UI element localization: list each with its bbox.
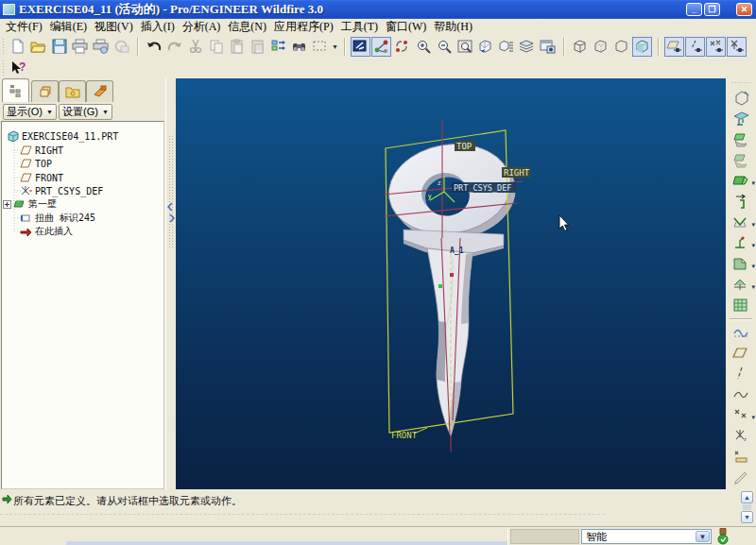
sketch-icon[interactable] bbox=[729, 468, 753, 487]
datum-axes-toggle-icon[interactable] bbox=[685, 37, 705, 57]
minimize-button[interactable]: _ bbox=[686, 3, 702, 16]
print-icon[interactable] bbox=[70, 37, 90, 57]
reorient-icon[interactable] bbox=[475, 37, 495, 57]
label-right[interactable]: RIGHT bbox=[504, 168, 530, 178]
label-top[interactable]: TOP bbox=[456, 142, 472, 151]
wireframe-icon[interactable] bbox=[570, 37, 590, 57]
print-setup-icon[interactable] bbox=[91, 37, 111, 57]
navigator-panel: 显示(O)▼ 设置(G)▼ EXERCISE04_11.PRT RIGHT TO… bbox=[0, 78, 165, 490]
scroll-down-button[interactable]: ▼ bbox=[741, 511, 753, 523]
hidden-line-icon[interactable] bbox=[591, 37, 610, 57]
no-hidden-icon[interactable] bbox=[611, 37, 631, 57]
saved-views-icon[interactable] bbox=[496, 37, 516, 57]
menu-file[interactable]: 文件(F) bbox=[2, 18, 46, 36]
shaded-icon[interactable] bbox=[632, 37, 652, 57]
menu-help[interactable]: 帮助(H) bbox=[430, 18, 476, 36]
restore-button[interactable]: ❐ bbox=[704, 3, 720, 16]
menu-bar: 文件(F) 编辑(E) 视图(V) 插入(I) 分析(A) 信息(N) 应用程序… bbox=[2, 19, 756, 35]
datum-point-icon[interactable]: ▾ bbox=[729, 405, 753, 425]
tab-layer-tree[interactable] bbox=[31, 80, 59, 102]
label-axis-note: A_1 bbox=[450, 247, 464, 255]
zoom-out-icon[interactable] bbox=[434, 37, 454, 57]
edge-bend-icon[interactable]: ▾ bbox=[729, 233, 753, 253]
sketch-tool-icon[interactable] bbox=[729, 109, 753, 128]
tab-favorites[interactable] bbox=[86, 80, 113, 102]
view-orient-icon[interactable] bbox=[729, 88, 753, 108]
datum-curve-icon[interactable] bbox=[729, 384, 753, 404]
new-file-icon[interactable] bbox=[8, 37, 27, 57]
find-icon[interactable] bbox=[289, 37, 309, 57]
save-icon[interactable] bbox=[49, 37, 69, 57]
bend-icon[interactable]: ▾ bbox=[729, 213, 753, 232]
splitter-collapse-handle[interactable] bbox=[166, 201, 176, 226]
select-box-dropdown-icon[interactable]: ▼ bbox=[331, 37, 339, 56]
view-manager-icon[interactable] bbox=[538, 37, 558, 57]
selection-filter-combo[interactable]: 智能 ▼ bbox=[581, 529, 712, 544]
datum-plane-icon[interactable] bbox=[729, 343, 753, 363]
refit-icon[interactable] bbox=[455, 37, 474, 57]
point-offset-icon[interactable] bbox=[729, 447, 753, 467]
context-help-icon[interactable]: ? bbox=[8, 59, 27, 78]
cut-icon[interactable] bbox=[185, 37, 205, 57]
send-email-icon[interactable] bbox=[112, 37, 131, 57]
tab-model-tree[interactable] bbox=[2, 78, 29, 102]
datum-axis-icon[interactable] bbox=[729, 364, 753, 383]
menu-edit[interactable]: 编辑(E) bbox=[46, 18, 91, 36]
regenerate-icon[interactable] bbox=[268, 37, 288, 57]
window-title: EXERCISE04_11 (活动的) - Pro/ENGINEER Wildf… bbox=[19, 1, 323, 18]
datum-csys-toggle-icon[interactable] bbox=[727, 37, 747, 57]
menu-info[interactable]: 信息(N) bbox=[224, 18, 270, 36]
label-csys[interactable]: PRT_CSYS_DEF bbox=[454, 183, 511, 193]
datum-csys-icon[interactable]: z bbox=[729, 426, 753, 446]
menu-insert[interactable]: 插入(I) bbox=[137, 18, 179, 36]
layers-icon[interactable] bbox=[517, 37, 537, 57]
menu-analysis[interactable]: 分析(A) bbox=[179, 18, 225, 36]
redo-icon[interactable] bbox=[164, 37, 184, 57]
tree-item-part[interactable]: EXERCISE04_11.PRT bbox=[7, 129, 118, 143]
zoom-in-icon[interactable] bbox=[413, 37, 433, 57]
toolbar-grip bbox=[2, 60, 6, 77]
label-front[interactable]: FRONT bbox=[391, 431, 418, 440]
tree-item-insert-here[interactable]: 在此插入 bbox=[20, 225, 73, 238]
menu-view[interactable]: 视图(V) bbox=[91, 18, 137, 36]
tree-item-right[interactable]: RIGHT bbox=[20, 144, 63, 157]
menu-tools[interactable]: 工具(T) bbox=[337, 18, 382, 36]
undo-icon[interactable] bbox=[144, 37, 163, 57]
panel-splitter[interactable] bbox=[165, 78, 176, 490]
select-box-icon[interactable] bbox=[310, 37, 330, 57]
combo-dropdown-icon[interactable]: ▼ bbox=[696, 531, 710, 542]
curve-through-points-icon[interactable] bbox=[729, 322, 753, 342]
svg-text:z: z bbox=[744, 436, 747, 442]
tree-item-csys[interactable]: PRT_CSYS_DEF bbox=[20, 184, 103, 197]
datum-points-toggle-icon[interactable] bbox=[706, 37, 726, 57]
datum-planes-toggle-icon[interactable] bbox=[664, 37, 684, 57]
open-file-icon[interactable] bbox=[28, 37, 48, 57]
menu-applications[interactable]: 应用程序(P) bbox=[270, 18, 337, 36]
tree-item-first-wall[interactable]: 第一壁 bbox=[3, 197, 57, 211]
tree-item-twist[interactable]: 扭曲 标识245 bbox=[20, 212, 95, 225]
punch-form-icon[interactable]: ▾ bbox=[729, 275, 753, 295]
orient-mode-icon[interactable] bbox=[392, 37, 412, 57]
spin-center-icon[interactable] bbox=[371, 37, 391, 57]
pattern-icon[interactable] bbox=[729, 296, 753, 315]
wall-tool-2-icon[interactable] bbox=[729, 150, 753, 170]
paste-special-icon[interactable] bbox=[248, 37, 267, 57]
show-button[interactable]: 显示(O)▼ bbox=[3, 104, 57, 120]
paste-icon[interactable] bbox=[227, 37, 247, 57]
graphics-viewport[interactable]: z y TOP RIGHT PRT_CSYS_DEF FRONT A_1 bbox=[176, 78, 726, 489]
flange-wall-icon[interactable] bbox=[729, 192, 753, 212]
scroll-up-button[interactable]: ▲ bbox=[741, 491, 753, 503]
navigator-buttons: 显示(O)▼ 设置(G)▼ bbox=[0, 103, 165, 122]
flat-wall-icon[interactable]: ▾ bbox=[729, 171, 753, 191]
wall-tool-1-icon[interactable] bbox=[729, 129, 753, 149]
selection-filter-icon[interactable] bbox=[351, 37, 370, 57]
tree-item-top[interactable]: TOP bbox=[20, 157, 52, 170]
corner-relief-icon[interactable]: ▾ bbox=[729, 254, 753, 274]
settings-button[interactable]: 设置(G)▼ bbox=[59, 104, 112, 120]
copy-icon[interactable] bbox=[206, 37, 226, 57]
close-button[interactable]: ✕ bbox=[736, 3, 752, 16]
tree-item-front[interactable]: FRONT bbox=[20, 171, 63, 184]
title-bar: EXERCISE04_11 (活动的) - Pro/ENGINEER Wildf… bbox=[0, 0, 756, 19]
menu-window[interactable]: 窗口(W) bbox=[382, 18, 430, 36]
tab-folder-browser[interactable] bbox=[59, 80, 86, 102]
